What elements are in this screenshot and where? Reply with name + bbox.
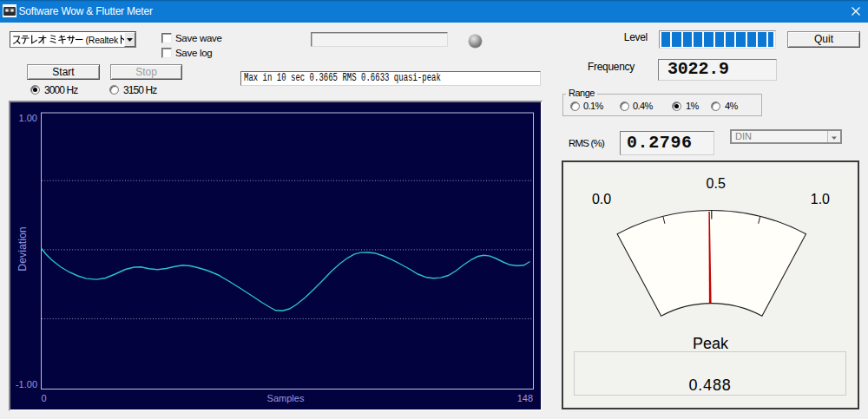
svg-text:1.0: 1.0 <box>811 192 830 206</box>
svg-text:148: 148 <box>517 393 533 403</box>
svg-text:0.0: 0.0 <box>592 192 611 206</box>
svg-text:-1.00: -1.00 <box>16 379 37 390</box>
svg-text:0.5: 0.5 <box>707 176 726 191</box>
svg-text:Deviation: Deviation <box>16 226 29 271</box>
svg-text:(Realtek: (Realtek <box>85 35 118 45</box>
svg-text:Samples: Samples <box>267 393 305 403</box>
svg-text:1.00: 1.00 <box>19 113 37 123</box>
svg-text:0: 0 <box>42 393 47 403</box>
